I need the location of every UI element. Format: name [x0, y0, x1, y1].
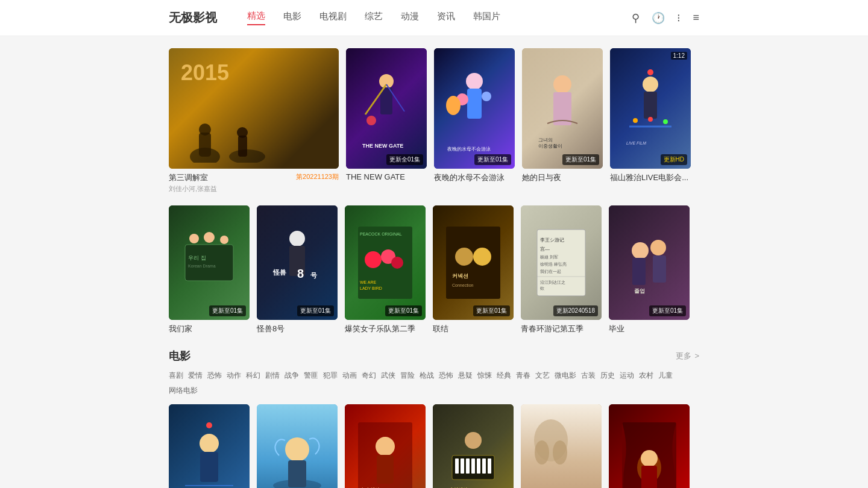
ladybird-show: PEACOCK ORIGINAL WE ARE LADY BIRD [355, 224, 415, 302]
show-card-1-info: 怪兽8号 [257, 324, 338, 334]
connection-show: 커넥션 Connection [443, 224, 503, 302]
badge-show5: 更新至01集 [649, 305, 686, 316]
tag-war[interactable]: 战争 [285, 371, 299, 381]
featured-large-sub: 刘佳小河,张嘉益 [169, 184, 339, 193]
show-card-5-info: 毕业 [609, 324, 690, 334]
svg-text:杨迪  刘军: 杨迪 刘军 [539, 255, 558, 259]
tag-classic[interactable]: 经典 [497, 371, 511, 381]
svg-point-22 [643, 77, 658, 92]
movie3-art: 木结迷途 [443, 419, 503, 488]
nav-item-news[interactable]: 资讯 [437, 11, 455, 25]
menu-icon[interactable]: ≡ [693, 11, 699, 24]
tag-history[interactable]: 历史 [600, 371, 615, 381]
tag-scifi[interactable]: 科幻 [246, 371, 260, 381]
featured-small-3[interactable]: LIVE FILM 1:12 更新HD 福山雅治LIVE电影会... [610, 48, 691, 193]
year-label: 2015 [181, 60, 229, 86]
svg-point-26 [633, 118, 638, 123]
badge-show4: 更新20240518 [553, 305, 599, 316]
tag-action[interactable]: 动作 [227, 371, 241, 381]
featured-small-1-info: 夜晚的水母不会游泳 [434, 172, 515, 183]
svg-point-49 [455, 248, 473, 266]
tag-animation[interactable]: 动画 [342, 371, 357, 381]
svg-rect-86 [488, 458, 491, 474]
svg-rect-74 [288, 460, 306, 487]
movie-card-1[interactable] [257, 404, 338, 488]
cannibal-art [521, 404, 581, 465]
show-card-3-info: 联结 [433, 324, 514, 334]
more-link[interactable]: 更多 > [675, 351, 699, 361]
show-card-1[interactable]: 怪兽 8 号 更新至01集 怪兽8号 [257, 205, 338, 334]
history-icon[interactable]: 🕐 [652, 11, 665, 25]
tag-sports[interactable]: 运动 [620, 371, 634, 381]
nav-item-tv[interactable]: 电视剧 [319, 11, 347, 25]
graduation-show: 졸업 [619, 224, 679, 302]
tag-crime[interactable]: 犯罪 [323, 371, 338, 381]
featured-small-2[interactable]: 그녀의 이중생활이 更新至01集 她的日与夜 [522, 48, 603, 193]
svg-text:LADY BIRD: LADY BIRD [360, 286, 382, 290]
svg-point-16 [446, 96, 461, 115]
tag-suspense[interactable]: 悬疑 [458, 371, 473, 381]
svg-text:커넥션: 커넥션 [452, 273, 468, 279]
movie-card-3[interactable]: 木结迷途 [433, 404, 514, 488]
show-card-2[interactable]: PEACOCK ORIGINAL WE ARE LADY BIRD 更新至01集… [345, 205, 426, 334]
logo: 无极影视 [169, 10, 217, 26]
tag-horror[interactable]: 恐怖 [207, 371, 222, 381]
tag-youth[interactable]: 青春 [516, 371, 530, 381]
tag-drama[interactable]: 剧情 [265, 371, 280, 381]
tag-martial[interactable]: 武侠 [381, 371, 395, 381]
svg-rect-84 [477, 458, 480, 474]
tag-thriller[interactable]: 惊悚 [477, 371, 492, 381]
tag-comedy[interactable]: 喜剧 [169, 371, 183, 381]
silhouette-graphic [187, 102, 307, 163]
svg-rect-80 [455, 458, 459, 474]
shows-row: 우리 집 Korean Drama 更新至01集 我们家 [169, 205, 699, 334]
show-card-5[interactable]: 졸업 更新至01集 毕业 [609, 205, 690, 334]
show-card-0[interactable]: 우리 집 Korean Drama 更新至01集 我们家 [169, 205, 250, 334]
svg-point-2 [199, 124, 211, 136]
show-card-3[interactable]: 커넥션 Connection 更新至01集 联结 [433, 205, 514, 334]
svg-point-33 [220, 236, 228, 244]
nav-item-featured[interactable]: 精选 [247, 10, 265, 25]
svg-point-6 [379, 74, 394, 89]
show-card-4[interactable]: 李王シ游记 宫— 杨迪 刘军 徐明浩 林弘亮 我们在一起 沿江到达江之 欸 更新… [521, 205, 602, 334]
nav-item-korean[interactable]: 韩国片 [473, 11, 500, 25]
tag-police[interactable]: 警匪 [304, 371, 318, 381]
tag-children[interactable]: 儿童 [658, 371, 673, 381]
tag-online[interactable]: 网络电影 [169, 386, 198, 396]
movie-card-2[interactable]: 红色沿途 [345, 404, 426, 488]
badge-show0: 更新至01集 [209, 305, 246, 316]
svg-text:欸: 欸 [540, 286, 544, 290]
featured-small-0[interactable]: THE NEW GATE 更新全01集 THE NEW GATE [346, 48, 427, 193]
nav-item-anime[interactable]: 动漫 [401, 11, 419, 25]
svg-rect-83 [471, 458, 475, 474]
movie-card-0[interactable]: LIVE FILM [169, 404, 250, 488]
tag-fantasy[interactable]: 奇幻 [362, 371, 376, 381]
movie-card-5[interactable]: 非秀不可 [609, 404, 690, 488]
featured-large-card[interactable]: 2015 [169, 48, 339, 169]
svg-rect-48 [446, 227, 500, 299]
tag-romance[interactable]: 爱情 [188, 371, 203, 381]
search-icon[interactable]: ⚲ [632, 11, 640, 25]
badge-show1: 更新至01集 [297, 305, 334, 316]
featured-small-3-title: 福山雅治LIVE电影会... [610, 172, 691, 183]
svg-rect-64 [632, 258, 646, 285]
grid-icon[interactable]: ⁝ [677, 11, 681, 25]
movie-card-4[interactable]: CANNIBAL a love story dir. by Manuel Mar… [521, 404, 602, 488]
tag-adventure[interactable]: 冒险 [400, 371, 415, 381]
svg-point-50 [473, 248, 491, 266]
svg-point-45 [391, 257, 403, 269]
monster8-char: 怪兽 8 号 [267, 224, 327, 302]
tag-art[interactable]: 文艺 [535, 371, 550, 381]
tag-rural[interactable]: 农村 [639, 371, 653, 381]
nav-item-variety[interactable]: 综艺 [365, 11, 383, 25]
badge-korean1: 更新至01集 [562, 154, 599, 165]
show-5-title: 毕业 [609, 324, 690, 334]
tag-gunfight[interactable]: 枪战 [420, 371, 434, 381]
tag-horror2[interactable]: 恐怖 [439, 371, 453, 381]
tag-micro[interactable]: 微电影 [555, 371, 576, 381]
featured-small-1[interactable]: 夜晚的水母不会游泳 更新至01集 夜晚的水母不会游泳 [434, 48, 515, 193]
svg-text:LIVE FILM: LIVE FILM [626, 141, 646, 145]
svg-rect-30 [185, 245, 233, 281]
nav-item-movies[interactable]: 电影 [283, 11, 301, 25]
tag-costume[interactable]: 古装 [581, 371, 596, 381]
